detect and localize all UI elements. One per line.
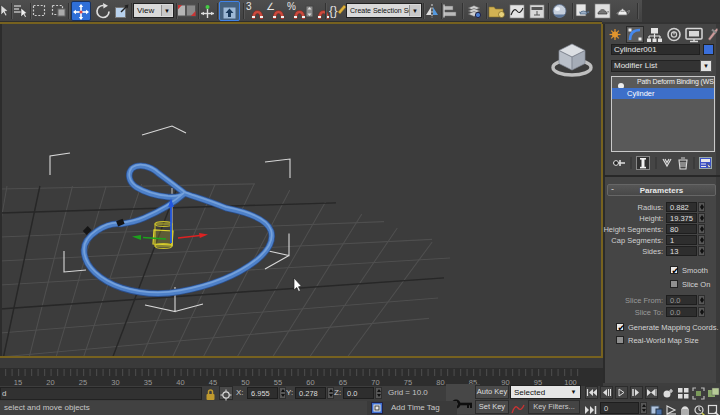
- svg-text:70: 70: [371, 378, 379, 386]
- svg-text:30: 30: [111, 378, 119, 386]
- svg-text:{}: {}: [329, 3, 338, 18]
- svg-text:25: 25: [79, 378, 87, 386]
- svg-text:∠: ∠: [266, 1, 275, 12]
- svg-text:20: 20: [46, 378, 54, 386]
- svg-text:75: 75: [404, 378, 412, 386]
- svg-text:80: 80: [436, 378, 444, 386]
- svg-text:%: %: [287, 1, 296, 12]
- svg-text:55: 55: [274, 378, 282, 386]
- svg-text:65: 65: [339, 378, 347, 386]
- svg-text:35: 35: [144, 378, 152, 386]
- svg-text:60: 60: [306, 378, 314, 386]
- svg-text:50: 50: [241, 378, 249, 386]
- svg-text:45: 45: [209, 378, 217, 386]
- svg-text:40: 40: [176, 378, 184, 386]
- svg-text:15: 15: [14, 378, 22, 386]
- svg-text:3: 3: [246, 1, 252, 12]
